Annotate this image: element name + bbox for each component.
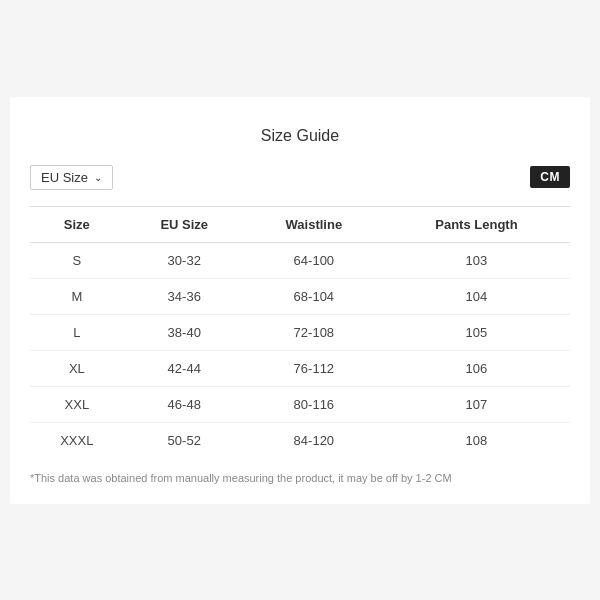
cell-pants_length: 103 xyxy=(383,242,570,278)
table-body: S30-3264-100103M34-3668-104104L38-4072-1… xyxy=(30,242,570,458)
table-row: L38-4072-108105 xyxy=(30,314,570,350)
col-header-size: Size xyxy=(30,206,124,242)
cell-size: XXXL xyxy=(30,422,124,458)
dropdown-label: EU Size xyxy=(41,170,88,185)
table-row: S30-3264-100103 xyxy=(30,242,570,278)
cell-eu_size: 30-32 xyxy=(124,242,245,278)
cell-waistline: 68-104 xyxy=(245,278,383,314)
page-title: Size Guide xyxy=(30,127,570,145)
cell-size: XL xyxy=(30,350,124,386)
table-row: XL42-4476-112106 xyxy=(30,350,570,386)
cell-eu_size: 46-48 xyxy=(124,386,245,422)
col-header-pants-length: Pants Length xyxy=(383,206,570,242)
table-row: M34-3668-104104 xyxy=(30,278,570,314)
cell-size: L xyxy=(30,314,124,350)
size-guide-container: Size Guide EU Size ⌄ CM Size EU Size Wai… xyxy=(10,97,590,504)
table-row: XXXL50-5284-120108 xyxy=(30,422,570,458)
cell-eu_size: 42-44 xyxy=(124,350,245,386)
cell-pants_length: 104 xyxy=(383,278,570,314)
chevron-down-icon: ⌄ xyxy=(94,172,102,183)
cell-size: XXL xyxy=(30,386,124,422)
cell-pants_length: 108 xyxy=(383,422,570,458)
cell-pants_length: 107 xyxy=(383,386,570,422)
cell-size: M xyxy=(30,278,124,314)
table-row: XXL46-4880-116107 xyxy=(30,386,570,422)
cell-size: S xyxy=(30,242,124,278)
cell-eu_size: 50-52 xyxy=(124,422,245,458)
eu-size-dropdown[interactable]: EU Size ⌄ xyxy=(30,165,113,190)
size-table: Size EU Size Waistline Pants Length S30-… xyxy=(30,206,570,458)
cell-eu_size: 38-40 xyxy=(124,314,245,350)
footnote: *This data was obtained from manually me… xyxy=(30,472,570,484)
cell-eu_size: 34-36 xyxy=(124,278,245,314)
cell-waistline: 76-112 xyxy=(245,350,383,386)
cell-waistline: 72-108 xyxy=(245,314,383,350)
cell-waistline: 84-120 xyxy=(245,422,383,458)
cell-waistline: 80-116 xyxy=(245,386,383,422)
controls-row: EU Size ⌄ CM xyxy=(30,165,570,190)
col-header-waistline: Waistline xyxy=(245,206,383,242)
cell-pants_length: 105 xyxy=(383,314,570,350)
col-header-eu-size: EU Size xyxy=(124,206,245,242)
unit-badge[interactable]: CM xyxy=(530,166,570,188)
cell-waistline: 64-100 xyxy=(245,242,383,278)
cell-pants_length: 106 xyxy=(383,350,570,386)
table-header-row: Size EU Size Waistline Pants Length xyxy=(30,206,570,242)
